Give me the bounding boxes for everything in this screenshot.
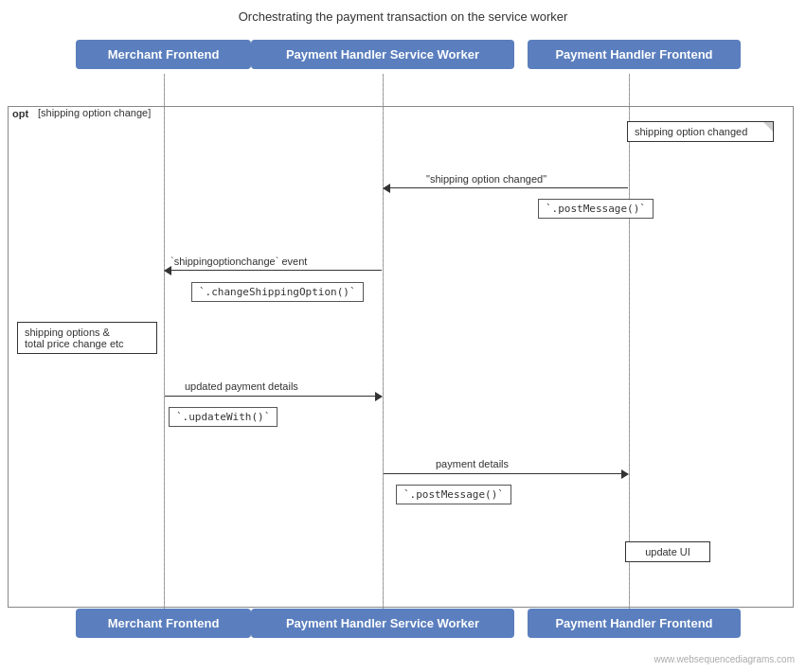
- arrow-updated-payment-details: [165, 396, 382, 397]
- watermark: www.websequencediagrams.com: [654, 654, 795, 664]
- actor-merchant-top: Merchant Frontend: [76, 40, 251, 69]
- arrow-label-1: "shipping option changed": [426, 173, 546, 185]
- diagram-container: Orchestrating the payment transaction on…: [0, 0, 806, 672]
- actor-serviceworker-bottom: Payment Handler Service Worker: [251, 609, 514, 638]
- arrow-payment-details: [384, 473, 628, 474]
- actor-merchant-bottom: Merchant Frontend: [76, 609, 251, 638]
- opt-condition: [shipping option change]: [38, 107, 151, 118]
- actor-frontend-bottom: Payment Handler Frontend: [528, 609, 741, 638]
- note-update-ui: update UI: [625, 541, 710, 562]
- method-postmessage-2: `.postMessage()`: [396, 485, 511, 504]
- opt-label: opt: [9, 107, 31, 120]
- method-changeshippingoption: `.changeShippingOption()`: [191, 282, 364, 302]
- arrow-label-2: `shippingoptionchange` event: [170, 256, 307, 267]
- actor-serviceworker-top: Payment Handler Service Worker: [251, 40, 514, 69]
- note-shipping-options-total: shipping options & total price change et…: [17, 322, 157, 354]
- arrow-label-4: payment details: [436, 458, 509, 469]
- arrow-label-3: updated payment details: [185, 380, 298, 392]
- arrow-shippingoptionchange: [165, 270, 382, 271]
- opt-frame: [8, 106, 794, 608]
- diagram-title: Orchestrating the payment transaction on…: [0, 0, 806, 24]
- method-updatewith: `.updateWith()`: [169, 407, 278, 427]
- note-shipping-option-changed: shipping option changed: [627, 121, 774, 142]
- arrow-shipping-option-changed: [384, 187, 628, 188]
- actor-frontend-top: Payment Handler Frontend: [528, 40, 741, 69]
- method-postmessage-1: `.postMessage()`: [538, 199, 654, 219]
